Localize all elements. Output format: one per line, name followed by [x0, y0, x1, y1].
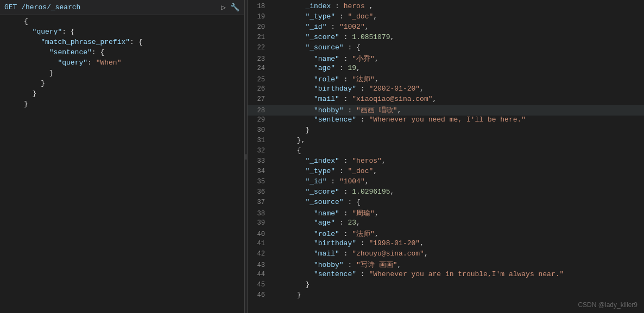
right-code-area: 18 _index : heros , 19 "_type" : "_doc",… — [248, 0, 644, 313]
left-header: GET /heros/_search ▷ 🔧 — [0, 0, 244, 15]
code-line: 43 "hobby" : "写诗 画画", — [248, 260, 644, 270]
code-line: 45 } — [248, 280, 644, 291]
code-line: 37 "_source" : { — [248, 198, 644, 208]
code-line: } — [0, 90, 244, 100]
code-line: 33 "_index" : "heros", — [248, 157, 644, 167]
code-line: } — [0, 69, 244, 79]
run-icon[interactable]: ▷ — [222, 3, 226, 12]
code-line: } — [0, 100, 244, 110]
code-line: 41 "birthday" : "1998-01-20", — [248, 239, 644, 250]
code-line: 44 "sentence" : "Whenever you are in tro… — [248, 270, 644, 280]
code-line-highlighted: 28 "hobby" : "画画 唱歌", — [248, 105, 644, 116]
code-line: 36 "_score" : 1.0296195, — [248, 188, 644, 198]
code-line: 23 "name" : "小乔", — [248, 54, 644, 64]
code-line: 40 "role" : "法师", — [248, 229, 644, 239]
code-line: 26 "birthday" : "2002-01-20", — [248, 85, 644, 95]
code-line: 19 "_type" : "_doc", — [248, 12, 644, 23]
code-line: 34 "_type" : "_doc", — [248, 167, 644, 177]
code-line: 39 "age" : 23, — [248, 219, 644, 229]
left-code-area: { "query": { "match_phrase_prefix": { "s… — [0, 15, 244, 313]
code-line: 24 "age" : 19, — [248, 64, 644, 74]
code-line: 35 "_id" : "1004", — [248, 177, 644, 188]
code-line: "query": "When" — [0, 59, 244, 69]
code-line: 29 "sentence" : "Whenever you need me, I… — [248, 116, 644, 126]
code-line: 22 "_source" : { — [248, 43, 644, 54]
code-line: 46 } — [248, 291, 644, 301]
code-line: 21 "_score" : 1.0851079, — [248, 33, 644, 43]
request-title: GET /heros/_search — [4, 3, 80, 11]
code-line: 18 _index : heros , — [248, 2, 644, 12]
code-line: } — [0, 79, 244, 90]
watermark: CSDN @lady_killer9 — [578, 301, 637, 309]
code-line: 38 "name" : "周瑜", — [248, 208, 644, 219]
code-line: 27 "mail" : "xiaoqiao@sina.com", — [248, 95, 644, 105]
code-line: "match_phrase_prefix": { — [0, 38, 244, 48]
code-line: 25 "role" : "法师", — [248, 74, 644, 85]
code-line: 30 } — [248, 126, 644, 136]
tools-icon[interactable]: 🔧 — [230, 3, 239, 12]
left-panel: GET /heros/_search ▷ 🔧 { "query": { "mat… — [0, 0, 244, 313]
right-panel: 18 _index : heros , 19 "_type" : "_doc",… — [248, 0, 644, 313]
code-line: "query": { — [0, 28, 244, 38]
code-line: 42 "mail" : "zhouyu@sina.com", — [248, 250, 644, 260]
code-line: 32 { — [248, 146, 644, 157]
code-line: "sentence": { — [0, 48, 244, 59]
code-line: { — [0, 17, 244, 28]
header-icons: ▷ 🔧 — [222, 3, 239, 12]
code-line: 20 "_id" : "1002", — [248, 23, 644, 33]
code-line: 31 }, — [248, 136, 644, 146]
